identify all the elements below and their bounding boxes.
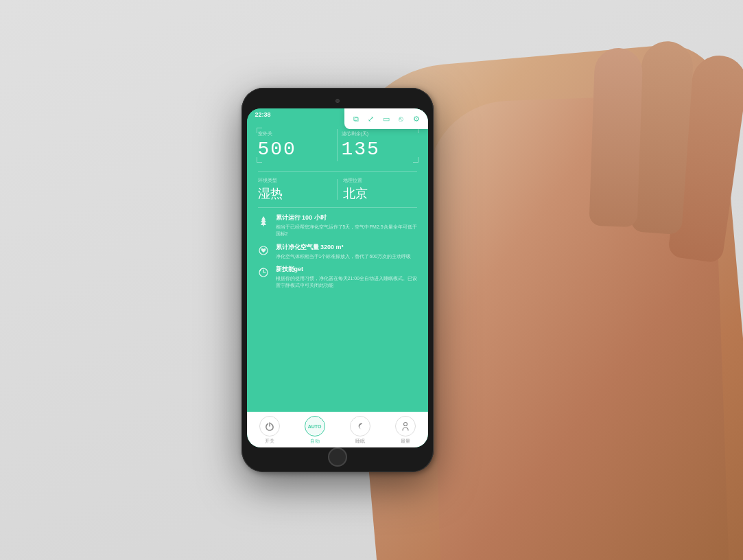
home-button[interactable] (328, 447, 347, 467)
settings-icon[interactable]: ⚙ (409, 111, 424, 126)
status-time: 22:38 (255, 111, 271, 118)
climate-block: 环境类型 湿热 (258, 177, 332, 202)
days-label: 滤芯剩余(天) (342, 130, 417, 137)
copy-icon[interactable]: ⧉ (349, 111, 364, 126)
notif-title-2: 累计净化空气量 3200 m³ (276, 243, 412, 252)
notif-title-3: 新技能get (276, 265, 418, 274)
tree-icon (257, 214, 270, 228)
main-content: 室外关 500 滤芯剩余(天) 135 (247, 121, 428, 412)
days-stat: 滤芯剩余(天) 135 (338, 125, 421, 165)
climate-value: 湿热 (258, 185, 332, 202)
window-icon[interactable]: ▭ (379, 111, 394, 126)
notif-item-2: 累计净化空气量 3200 m³ 净化空气体积相当于1个标准操放入，替代了600万… (257, 243, 418, 260)
notifications-list: 累计运行 100 小时 相当于已经帮您净化空气运作了5天，空气中PM2.5含量全… (254, 213, 421, 289)
notif-desc-3: 根据你的使用习惯，净化器在每天21:00全自动进入睡眠模式。已设置宁静模式中可关… (276, 275, 418, 289)
nav-label-manual: 最量 (401, 438, 410, 445)
location-block: 地理位置 北京 (343, 177, 417, 202)
phone-device: 22:38 ●●● ▲ ▮▮ ⧉ ⤢ ▭ ⎋ ⚙ (241, 88, 434, 472)
climate-divider (337, 179, 338, 200)
notif-text-2: 累计净化空气量 3200 m³ 净化空气体积相当于1个标准操放入，替代了600万… (276, 243, 412, 260)
days-value: 135 (342, 139, 417, 160)
divider2 (258, 207, 417, 208)
outdoor-value: 500 (258, 139, 333, 160)
phone-body: 22:38 ●●● ▲ ▮▮ ⧉ ⤢ ▭ ⎋ ⚙ (241, 88, 434, 472)
climate-label: 环境类型 (258, 177, 332, 184)
outdoor-label: 室外关 (258, 130, 333, 137)
notif-title-1: 累计运行 100 小时 (276, 213, 418, 222)
notif-item-1: 累计运行 100 小时 相当于已经帮您净化空气运作了5天，空气中PM2.5含量全… (257, 213, 418, 237)
heart-icon (257, 244, 270, 257)
divider1 (258, 171, 417, 172)
nav-item-auto[interactable]: AUTO 自动 (292, 416, 338, 445)
nav-label-sleep: 睡眠 (355, 438, 365, 445)
phone-top-bar (247, 93, 428, 108)
nav-label-auto: 自动 (310, 438, 320, 445)
stats-grid: 室外关 500 滤芯剩余(天) 135 (254, 125, 421, 165)
sleep-icon (350, 416, 370, 436)
notif-text-3: 新技能get 根据你的使用习惯，净化器在每天21:00全自动进入睡眠模式。已设置… (276, 265, 418, 289)
phone-camera (335, 99, 340, 103)
outdoor-stat: 室外关 500 (254, 125, 338, 165)
power-icon (259, 416, 280, 436)
location-label: 地理位置 (343, 177, 417, 184)
nav-item-sleep[interactable]: 睡眠 (338, 416, 383, 445)
nav-item-manual[interactable]: 最量 (383, 416, 428, 445)
notif-desc-2: 净化空气体积相当于1个标准操放入，替代了600万次的主动呼吸 (276, 253, 412, 260)
climate-grid: 环境类型 湿热 地理位置 北京 (254, 177, 421, 202)
toolbar: ⧉ ⤢ ▭ ⎋ ⚙ (344, 108, 428, 129)
notif-text-1: 累计运行 100 小时 相当于已经帮您净化空气运作了5天，空气中PM2.5含量全… (276, 213, 418, 237)
auto-text: AUTO (308, 424, 322, 429)
location-value: 北京 (343, 185, 417, 202)
auto-icon: AUTO (305, 416, 325, 436)
notif-desc-1: 相当于已经帮您净化空气运作了5天，空气中PM2.5含量全年可低于国标2 (276, 224, 418, 237)
expand-icon[interactable]: ⤢ (364, 111, 379, 126)
svg-point-5 (403, 423, 407, 426)
phone-bottom-bar (247, 447, 428, 467)
notif-item-3: 新技能get 根据你的使用习惯，净化器在每天21:00全自动进入睡眠模式。已设置… (257, 265, 418, 289)
nav-label-power: 开关 (265, 438, 274, 445)
bottom-nav: 开关 AUTO 自动 睡眠 (247, 412, 428, 447)
phone-screen: 22:38 ●●● ▲ ▮▮ ⧉ ⤢ ▭ ⎋ ⚙ (247, 108, 428, 447)
share-icon[interactable]: ⎋ (394, 111, 409, 126)
nav-item-power[interactable]: 开关 (247, 416, 292, 445)
history-icon (257, 266, 270, 279)
manual-icon (395, 416, 416, 436)
